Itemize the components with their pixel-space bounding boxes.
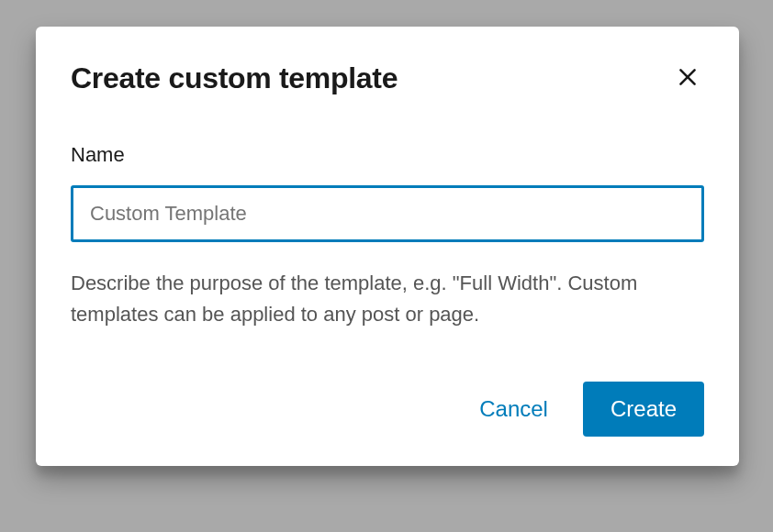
name-input[interactable] bbox=[71, 185, 704, 242]
close-icon bbox=[676, 65, 700, 92]
help-text: Describe the purpose of the template, e.… bbox=[71, 268, 704, 330]
create-button[interactable]: Create bbox=[583, 382, 704, 437]
modal-header: Create custom template bbox=[71, 61, 704, 95]
create-template-modal: Create custom template Name Describe the… bbox=[36, 27, 739, 466]
modal-actions: Cancel Create bbox=[71, 382, 704, 437]
modal-title: Create custom template bbox=[71, 61, 398, 95]
name-field-row: Name bbox=[71, 143, 704, 242]
cancel-button[interactable]: Cancel bbox=[470, 382, 557, 437]
name-label: Name bbox=[71, 143, 704, 167]
close-button[interactable] bbox=[671, 62, 704, 95]
